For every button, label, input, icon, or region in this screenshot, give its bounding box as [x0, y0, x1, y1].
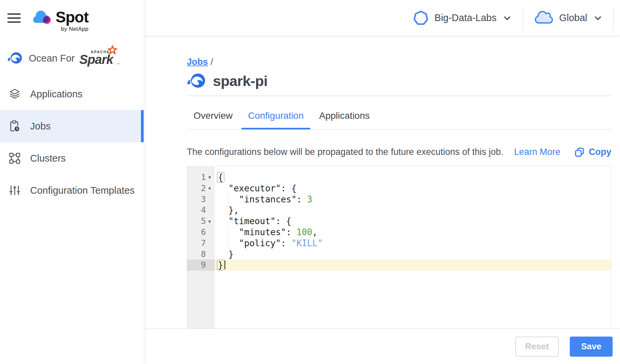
text-cursor: [225, 260, 226, 269]
spark-star-icon: [107, 45, 118, 55]
gutter-line-3: 3: [187, 194, 215, 205]
sidebar-item-clusters[interactable]: Clusters: [0, 142, 144, 174]
scope-picker-label: Global: [559, 12, 587, 23]
json-editor[interactable]: 1▾2▾345▾6789 { "executor": { "instances"…: [187, 166, 611, 329]
fold-arrow-icon[interactable]: ▾: [206, 218, 213, 224]
editor-gutter: 1▾2▾345▾6789: [187, 166, 215, 329]
chevron-down-icon: [503, 14, 512, 22]
footer-bar: Reset Save: [144, 329, 620, 364]
code-segment-string: "KILL": [291, 238, 323, 248]
code-line-3[interactable]: "instances": 3: [215, 194, 611, 205]
sidebar-header: Spot by NetApp: [0, 0, 144, 32]
copy-button[interactable]: Copy: [574, 147, 612, 157]
code-line-1[interactable]: {: [215, 172, 611, 183]
code-segment-plain: ,: [312, 227, 318, 237]
sidebar-item-label: Jobs: [30, 121, 51, 132]
copy-button-label: Copy: [589, 147, 612, 157]
apache-spark-logo: APACHE Spark ™: [79, 48, 120, 69]
code-segment-plain: "minutes":: [218, 227, 297, 237]
sliders-icon: [9, 184, 21, 196]
cluster-icon: [9, 152, 21, 164]
line-number: 8: [201, 249, 206, 260]
topbar-divider: [613, 6, 614, 30]
code-segment-number: 100: [297, 227, 312, 237]
job-wave-icon: [187, 73, 206, 89]
line-number: 2: [201, 183, 206, 194]
gutter-line-2[interactable]: 2▾: [187, 183, 215, 194]
line-number: 3: [201, 194, 206, 205]
config-description: The configurations below will be propaga…: [187, 147, 503, 157]
brand-byline: by NetApp: [61, 26, 88, 32]
breadcrumb-separator: /: [211, 57, 213, 67]
brand-name: Spot: [56, 9, 88, 25]
code-segment-plain: },: [218, 205, 239, 215]
spot-cloud-icon: [31, 10, 52, 24]
copy-icon: [574, 147, 585, 157]
spark-trademark: ™: [117, 63, 120, 66]
code-segment-bracket-match: {: [217, 172, 224, 183]
line-number: 9: [201, 260, 206, 271]
gutter-line-5[interactable]: 5▾: [187, 216, 215, 227]
line-number: 5: [201, 216, 206, 227]
cloud-icon: [534, 10, 555, 26]
main-area: Big-Data-Labs Global: [144, 0, 620, 364]
sidebar-item-label: Clusters: [30, 153, 66, 164]
code-line-8[interactable]: }: [215, 249, 611, 260]
learn-more-link[interactable]: Learn More: [514, 147, 560, 157]
clipboard-clock-icon: [9, 120, 21, 132]
scope-picker[interactable]: Global: [534, 10, 602, 26]
page-title: spark-pi: [213, 73, 267, 89]
layers-icon: [9, 88, 21, 100]
tab-applications[interactable]: Applications: [312, 110, 376, 129]
line-number: 6: [201, 227, 206, 238]
code-line-9[interactable]: }: [215, 260, 611, 271]
sidebar: Spot by NetApp Ocean For APACHE Spark: [0, 0, 144, 364]
spot-logo[interactable]: Spot by NetApp: [31, 9, 88, 32]
tab-configuration[interactable]: Configuration: [241, 110, 311, 129]
title-row: spark-pi: [187, 73, 611, 89]
fold-arrow-icon[interactable]: ▾: [206, 185, 213, 191]
gutter-line-8: 8: [187, 249, 215, 260]
sidebar-item-configuration-templates[interactable]: Configuration Templates: [0, 174, 144, 206]
chevron-down-icon: [594, 14, 602, 22]
code-line-5[interactable]: "timeout": {: [215, 216, 611, 227]
org-picker-label: Big-Data-Labs: [435, 12, 496, 23]
hamburger-menu-icon[interactable]: [7, 13, 21, 23]
gutter-line-4: 4: [187, 205, 215, 216]
breadcrumb: Jobs/: [187, 57, 611, 67]
code-segment-plain: "policy":: [218, 238, 291, 248]
tab-bar: OverviewConfigurationApplications: [187, 96, 611, 129]
sidebar-item-jobs[interactable]: Jobs: [0, 110, 144, 142]
reset-button[interactable]: Reset: [515, 337, 559, 357]
code-segment-bracket-match: }: [217, 260, 224, 270]
page-content: Jobs/ spark-pi OverviewConfigurationAppl…: [144, 36, 620, 329]
line-number: 4: [201, 205, 206, 216]
gutter-line-6: 6: [187, 227, 215, 238]
line-number: 1: [201, 172, 206, 183]
app-window: Spot by NetApp Ocean For APACHE Spark: [0, 0, 620, 364]
org-picker[interactable]: Big-Data-Labs: [413, 10, 512, 26]
save-button[interactable]: Save: [570, 337, 613, 357]
line-number: 7: [201, 238, 206, 249]
code-line-7[interactable]: "policy": "KILL": [215, 238, 611, 249]
description-row: The configurations below will be propaga…: [187, 147, 611, 157]
breadcrumb-jobs-link[interactable]: Jobs: [187, 57, 208, 67]
topbar-divider: [523, 6, 523, 30]
product-ocean-for-spark[interactable]: Ocean For APACHE Spark ™: [7, 48, 144, 69]
gutter-line-1[interactable]: 1▾: [187, 172, 215, 183]
code-segment-number: 3: [307, 194, 312, 204]
code-segment-plain: "timeout": {: [218, 216, 291, 226]
editor-code[interactable]: { "executor": { "instances": 3 }, "timeo…: [215, 166, 611, 329]
code-line-2[interactable]: "executor": {: [215, 183, 611, 194]
gutter-line-7: 7: [187, 238, 215, 249]
code-line-6[interactable]: "minutes": 100,: [215, 227, 611, 238]
heptagon-icon: [413, 10, 429, 26]
sidebar-item-applications[interactable]: Applications: [0, 78, 144, 110]
fold-arrow-icon[interactable]: ▾: [206, 174, 213, 180]
tab-overview[interactable]: Overview: [187, 110, 239, 129]
code-segment-plain: }: [218, 249, 234, 259]
sidebar-item-label: Applications: [30, 89, 82, 100]
code-segment-plain: "instances":: [218, 194, 307, 204]
code-segment-plain: "executor": {: [218, 183, 297, 193]
code-line-4[interactable]: },: [215, 205, 611, 216]
